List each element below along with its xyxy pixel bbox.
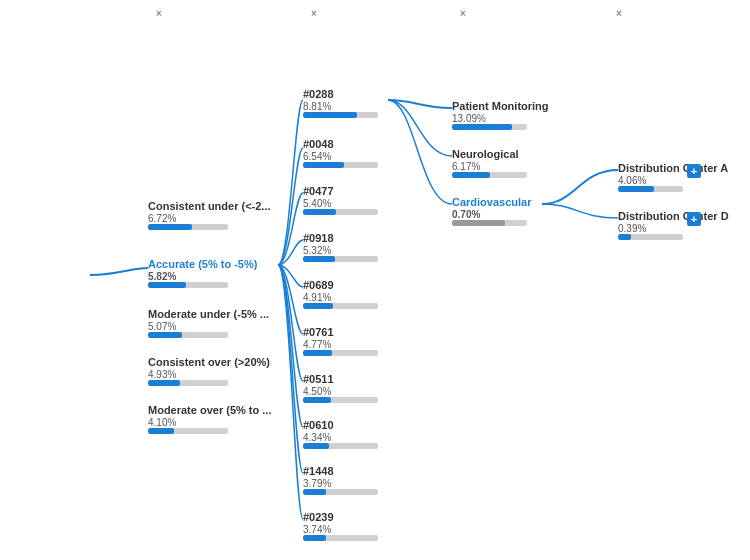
node-value: 4.77%	[303, 339, 378, 350]
node-item[interactable]: #06104.34%	[303, 419, 378, 449]
node-value: 6.72%	[148, 213, 271, 224]
node-value: 5.07%	[148, 321, 269, 332]
node-label: Distribution Center A	[618, 162, 728, 174]
node-item[interactable]: #05114.50%	[303, 373, 378, 403]
node-item[interactable]: Accurate (5% to -5%)5.82%	[148, 258, 257, 288]
node-value: 4.06%	[618, 175, 728, 186]
plant-close[interactable]: ×	[311, 8, 317, 19]
node-item[interactable]: #09185.32%	[303, 232, 378, 262]
node-label: Moderate over (5% to ...	[148, 404, 271, 416]
node-item[interactable]: Cardiovascular0.70%	[452, 196, 531, 226]
node-item[interactable]: Moderate under (-5% ...5.07%	[148, 308, 269, 338]
node-label: #0689	[303, 279, 378, 291]
bar-bg	[148, 224, 228, 230]
node-item[interactable]: Consistent under (<-2...6.72%	[148, 200, 271, 230]
node-label: #0288	[303, 88, 378, 100]
node-item[interactable]: #04775.40%	[303, 185, 378, 215]
bar-bg	[303, 397, 378, 403]
node-label: Accurate (5% to -5%)	[148, 258, 257, 270]
bar-bg	[148, 332, 228, 338]
node-item[interactable]: #00486.54%	[303, 138, 378, 168]
bar-bg	[303, 350, 378, 356]
distribution-header: ×	[608, 8, 622, 19]
bar-bg	[452, 172, 527, 178]
node-label: Consistent over (>20%)	[148, 356, 270, 368]
node-value: 8.81%	[303, 101, 378, 112]
node-label: #0918	[303, 232, 378, 244]
bar-bg	[148, 380, 228, 386]
bar-bg	[303, 256, 378, 262]
plant-title: ×	[303, 8, 317, 19]
product-type-close[interactable]: ×	[460, 8, 466, 19]
node-label: Consistent under (<-2...	[148, 200, 271, 212]
node-label: #0477	[303, 185, 378, 197]
node-item[interactable]: Distribution Center D0.39%	[618, 210, 729, 240]
node-value: 3.79%	[303, 478, 378, 489]
node-item[interactable]: #07614.77%	[303, 326, 378, 356]
bar-bg	[148, 428, 228, 434]
distribution-close[interactable]: ×	[616, 8, 622, 19]
product-type-header: ×	[452, 8, 466, 21]
node-value: 6.17%	[452, 161, 527, 172]
forecast-bias-title: ×	[148, 8, 162, 19]
bar-bg	[303, 303, 378, 309]
node-value: 4.50%	[303, 386, 378, 397]
node-label: Neurological	[452, 148, 527, 160]
bar-bg	[452, 220, 527, 226]
node-label: Distribution Center D	[618, 210, 729, 222]
node-item[interactable]: Distribution Center A4.06%	[618, 162, 728, 192]
node-label: #0511	[303, 373, 378, 385]
node-value: 13.09%	[452, 113, 549, 124]
node-item[interactable]: Consistent over (>20%)4.93%	[148, 356, 270, 386]
node-value: 5.82%	[148, 271, 257, 282]
bar-bg	[303, 535, 378, 541]
node-value: 4.93%	[148, 369, 270, 380]
node-item[interactable]: Moderate over (5% to ...4.10%	[148, 404, 271, 434]
node-item[interactable]: #06894.91%	[303, 279, 378, 309]
main-container: × × × × Consistent under (<-2...6.72%Acc…	[0, 0, 750, 560]
node-value: 0.39%	[618, 223, 729, 234]
node-label: #0239	[303, 511, 378, 523]
node-value: 0.70%	[452, 209, 531, 220]
node-value: 4.34%	[303, 432, 378, 443]
node-item[interactable]: #14483.79%	[303, 465, 378, 495]
bar-bg	[303, 443, 378, 449]
bar-bg	[618, 234, 683, 240]
bar-bg	[148, 282, 228, 288]
forecast-bias-close[interactable]: ×	[156, 8, 162, 19]
bar-bg	[452, 124, 527, 130]
bar-bg	[303, 112, 378, 118]
node-label: #0610	[303, 419, 378, 431]
bar-bg	[618, 186, 683, 192]
forecast-bias-header: ×	[148, 8, 162, 21]
node-label: #1448	[303, 465, 378, 477]
bar-bg	[303, 209, 378, 215]
node-item[interactable]: Patient Monitoring13.09%	[452, 100, 549, 130]
expand-button[interactable]: +	[687, 164, 701, 178]
node-item[interactable]: #02888.81%	[303, 88, 378, 118]
expand-button[interactable]: +	[687, 212, 701, 226]
node-value: 5.32%	[303, 245, 378, 256]
node-label: #0048	[303, 138, 378, 150]
node-value: 4.10%	[148, 417, 271, 428]
node-label: #0761	[303, 326, 378, 338]
bar-bg	[303, 162, 378, 168]
node-label: Cardiovascular	[452, 196, 531, 208]
node-item[interactable]: Neurological6.17%	[452, 148, 527, 178]
node-item[interactable]: #02393.74%	[303, 511, 378, 541]
node-label: Patient Monitoring	[452, 100, 549, 112]
node-value: 6.54%	[303, 151, 378, 162]
node-value: 5.40%	[303, 198, 378, 209]
bar-bg	[303, 489, 378, 495]
product-type-title: ×	[452, 8, 466, 19]
node-label: Moderate under (-5% ...	[148, 308, 269, 320]
node-value: 3.74%	[303, 524, 378, 535]
node-value: 4.91%	[303, 292, 378, 303]
distribution-title: ×	[608, 8, 622, 19]
plant-header: ×	[303, 8, 317, 21]
